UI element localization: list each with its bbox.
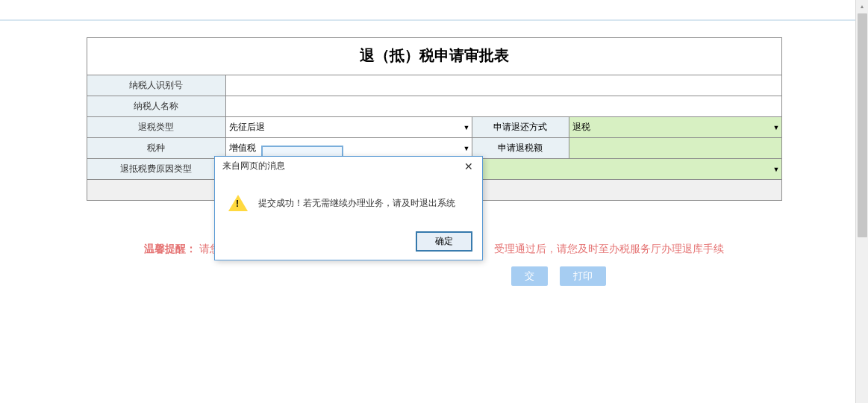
tax-kind-text: 增值税 [229, 142, 256, 154]
message-dialog: 来自网页的消息 ✕ 提交成功！若无需继续办理业务，请及时退出系统 确定 [214, 156, 483, 260]
select-return-method[interactable]: 退税 ▼ [569, 117, 781, 138]
reminder-label: 温馨提醒： [144, 243, 196, 254]
scroll-thumb[interactable] [858, 13, 867, 237]
dialog-title: 来自网页的消息 [222, 160, 285, 172]
chevron-down-icon: ▼ [773, 124, 781, 131]
chevron-down-icon: ▼ [773, 166, 781, 173]
ok-button[interactable]: 确定 [416, 232, 472, 251]
label-return-method: 申请退还方式 [472, 117, 569, 138]
value-taxpayer-id [225, 75, 781, 96]
close-icon[interactable]: ✕ [461, 160, 476, 172]
warning-icon [228, 195, 248, 211]
label-refund-reason: 退抵税费原因类型 [87, 159, 225, 180]
action-buttons: 交 打印 [0, 266, 868, 286]
reminder-right: 受理通过后，请您及时至办税服务厅办理退库手续 [494, 243, 724, 254]
page-title: 退（抵）税申请审批表 [87, 37, 782, 75]
chevron-down-icon: ▼ [463, 124, 472, 131]
value-taxpayer-name [225, 96, 781, 117]
submit-button[interactable]: 交 [511, 266, 548, 286]
return-method-text: 退税 [572, 121, 590, 134]
dialog-message: 提交成功！若无需继续办理业务，请及时退出系统 [258, 197, 455, 210]
input-refund-amount[interactable] [569, 138, 781, 159]
chevron-down-icon: ▼ [463, 145, 472, 152]
top-divider [0, 19, 868, 21]
dialog-header: 来自网页的消息 ✕ [215, 157, 482, 175]
scroll-up-icon[interactable]: ▴ [856, 0, 868, 13]
print-button[interactable]: 打印 [560, 266, 606, 286]
refund-type-text: 先征后退 [229, 121, 265, 134]
label-refund-type: 退税类型 [87, 117, 225, 138]
dialog-body: 提交成功！若无需继续办理业务，请及时退出系统 [215, 175, 482, 226]
label-tax-kind: 税种 [87, 138, 225, 159]
dialog-footer: 确定 [215, 226, 482, 260]
label-taxpayer-name: 纳税人名称 [87, 96, 225, 117]
label-taxpayer-id: 纳税人识别号 [87, 75, 225, 96]
label-refund-amount: 申请退税额 [472, 138, 569, 159]
select-refund-type[interactable]: 先征后退 ▼ [225, 117, 472, 138]
vertical-scrollbar[interactable]: ▴ [855, 0, 868, 403]
